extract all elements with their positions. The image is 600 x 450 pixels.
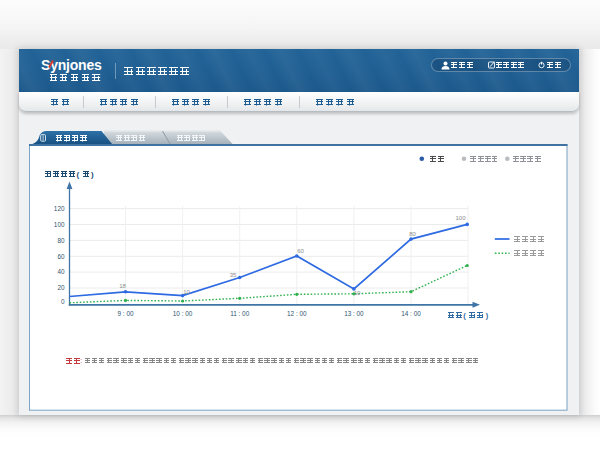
svg-text:120: 120 [54,205,65,212]
svg-text:(: ( [77,170,80,179]
svg-text:18: 18 [119,283,126,289]
svg-text:100: 100 [54,221,65,228]
svg-text:9 : 00: 9 : 00 [118,310,134,317]
svg-text:10 : 00: 10 : 00 [173,310,193,317]
svg-text:12 : 00: 12 : 00 [287,310,307,317]
svg-text:11 : 00: 11 : 00 [230,310,250,317]
svg-text:20: 20 [57,284,65,291]
svg-text:80: 80 [409,231,416,237]
svg-text:10: 10 [183,289,190,295]
svg-text:0: 0 [61,298,65,305]
svg-text:13 : 00: 13 : 00 [344,310,364,317]
svg-text:35: 35 [230,272,237,278]
svg-text:40: 40 [57,268,65,275]
svg-text:60: 60 [297,248,304,254]
svg-text:): ) [91,170,94,179]
svg-text::: : [80,357,82,364]
svg-text:14 : 00: 14 : 00 [401,310,421,317]
svg-text:80: 80 [57,237,65,244]
svg-text:60: 60 [57,253,65,260]
svg-text:10: 10 [354,290,361,296]
svg-text:100: 100 [455,215,466,221]
